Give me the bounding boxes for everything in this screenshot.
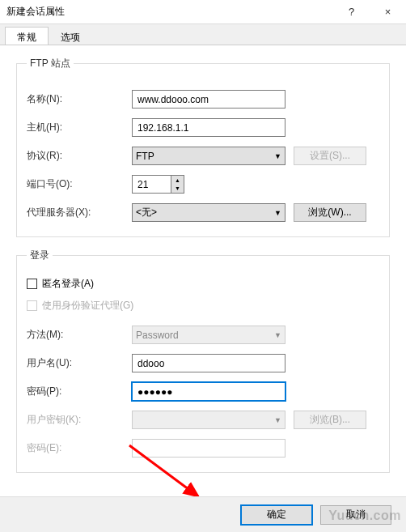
login-group: 登录 匿名登录(A) 使用身份验证代理(G) 方法(M): Password ▼…: [16, 249, 390, 473]
titlebar: 新建会话属性 ? ×: [0, 0, 406, 24]
watermark: Yuucn.com: [328, 509, 401, 523]
authproxy-checkbox: [27, 300, 37, 311]
anonymous-label: 匿名登录(A): [42, 277, 94, 291]
username-label: 用户名(U):: [27, 356, 132, 370]
passphrase-label: 密码(E):: [27, 441, 132, 455]
tab-options[interactable]: 选项: [49, 27, 92, 45]
protocol-label: 协议(R):: [27, 149, 132, 163]
port-spinner[interactable]: ▲ ▼: [132, 175, 184, 194]
method-label: 方法(M):: [27, 328, 132, 342]
password-input[interactable]: [132, 382, 285, 401]
anonymous-checkbox[interactable]: [27, 279, 37, 289]
method-value: Password: [136, 330, 179, 341]
proxy-value: <无>: [136, 206, 157, 219]
window-title: 新建会话属性: [6, 5, 333, 19]
name-input[interactable]: [132, 90, 285, 109]
tab-general[interactable]: 常规: [5, 27, 49, 45]
login-legend: 登录: [27, 249, 53, 262]
chevron-down-icon: ▼: [274, 152, 281, 160]
ftp-site-legend: FTP 站点: [27, 57, 74, 70]
content: FTP 站点 名称(N): 主机(H): 协议(R): FTP ▼ 设置(S).…: [0, 45, 406, 492]
browse-key-button: 浏览(B)...: [294, 411, 366, 429]
close-button[interactable]: ×: [370, 0, 406, 24]
chevron-down-icon: ▼: [274, 331, 281, 339]
ok-button[interactable]: 确定: [241, 505, 312, 525]
passphrase-input: [132, 439, 285, 458]
help-button[interactable]: ?: [333, 0, 370, 24]
port-label: 端口号(O):: [27, 177, 132, 191]
proxy-label: 代理服务器(X):: [27, 206, 132, 219]
spinner-up-icon[interactable]: ▲: [171, 176, 184, 185]
userkey-select: ▼: [132, 411, 285, 429]
username-input[interactable]: [132, 354, 285, 372]
port-input[interactable]: [132, 175, 171, 194]
host-input[interactable]: [132, 118, 285, 137]
authproxy-label: 使用身份验证代理(G): [42, 299, 133, 313]
chevron-down-icon: ▼: [274, 416, 281, 424]
settings-button: 设置(S)...: [294, 147, 366, 165]
method-select: Password ▼: [132, 326, 285, 344]
spinner-down-icon[interactable]: ▼: [171, 185, 184, 194]
protocol-value: FTP: [136, 151, 154, 162]
chevron-down-icon: ▼: [274, 209, 281, 217]
name-label: 名称(N):: [27, 92, 132, 106]
ftp-site-group: FTP 站点 名称(N): 主机(H): 协议(R): FTP ▼ 设置(S).…: [16, 57, 390, 237]
password-label: 密码(P):: [27, 385, 132, 398]
browse-proxy-button[interactable]: 浏览(W)...: [294, 203, 366, 222]
userkey-label: 用户密钥(K):: [27, 413, 132, 427]
host-label: 主机(H):: [27, 121, 132, 134]
protocol-select[interactable]: FTP ▼: [132, 147, 285, 165]
proxy-select[interactable]: <无> ▼: [132, 203, 285, 222]
tab-bar: 常规 选项: [0, 24, 406, 45]
